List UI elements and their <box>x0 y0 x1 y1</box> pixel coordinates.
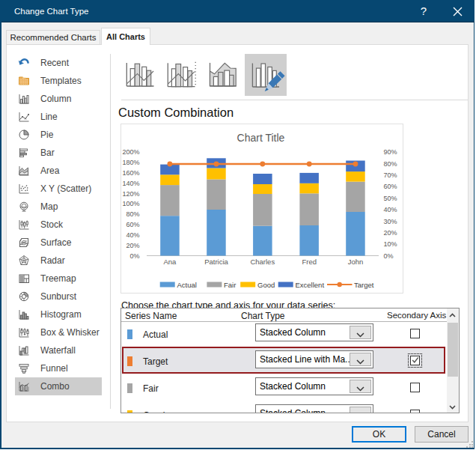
svg-text:Actual: Actual <box>177 281 197 289</box>
svg-text:Excellent: Excellent <box>296 281 325 289</box>
svg-text:160%: 160% <box>122 169 139 177</box>
svg-text:Fred: Fred <box>302 258 317 266</box>
svg-text:Fair: Fair <box>224 281 236 289</box>
svg-text:180%: 180% <box>122 159 139 166</box>
svg-text:200%: 200% <box>122 148 139 156</box>
svg-text:10%: 10% <box>384 240 397 248</box>
svg-text:70%: 70% <box>384 171 397 179</box>
svg-text:0%: 0% <box>384 252 394 260</box>
svg-text:100%: 100% <box>122 200 139 207</box>
svg-text:60%: 60% <box>126 221 139 228</box>
svg-text:John: John <box>348 258 364 266</box>
svg-text:40%: 40% <box>384 206 397 213</box>
svg-text:90%: 90% <box>384 148 397 156</box>
svg-text:Patricia: Patricia <box>204 258 228 266</box>
svg-text:Chart Title: Chart Title <box>237 132 285 144</box>
svg-text:50%: 50% <box>384 195 397 202</box>
svg-text:80%: 80% <box>384 160 397 168</box>
svg-text:60%: 60% <box>384 183 397 190</box>
svg-text:30%: 30% <box>384 218 397 225</box>
svg-text:Ana: Ana <box>163 258 177 266</box>
svg-text:Charles: Charles <box>250 258 275 266</box>
svg-text:20%: 20% <box>384 229 397 237</box>
svg-text:20%: 20% <box>126 242 139 249</box>
svg-text:40%: 40% <box>126 231 139 239</box>
svg-text:120%: 120% <box>122 190 139 198</box>
svg-text:Good: Good <box>257 281 275 289</box>
svg-text:140%: 140% <box>122 180 139 187</box>
svg-text:Target: Target <box>354 281 374 289</box>
svg-text:80%: 80% <box>126 210 139 218</box>
svg-text:0%: 0% <box>129 252 139 260</box>
